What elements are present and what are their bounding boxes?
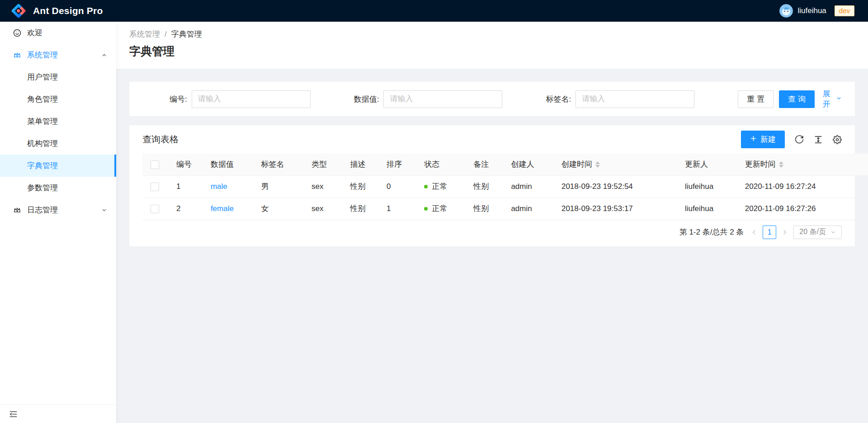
menu-fold-icon[interactable] <box>9 410 18 418</box>
app-logo[interactable]: Ant Design Pro <box>10 2 103 19</box>
breadcrumb-separator: / <box>165 30 167 39</box>
cell-value-link[interactable]: female <box>211 204 234 213</box>
sidebar: 欢迎 系统管理 用户管理 角色管理 菜单管理 机构管理 <box>0 22 116 423</box>
cell-created-at: 2018-09-23 19:52:54 <box>553 175 677 197</box>
col-desc: 描述 <box>342 154 378 175</box>
cell-created-at: 2018-09-23 19:53:17 <box>553 197 677 220</box>
sidebar-item-menu-management[interactable]: 菜单管理 <box>0 110 116 132</box>
expand-label: 展开 <box>823 89 834 109</box>
breadcrumb-current: 字典管理 <box>171 29 202 39</box>
sidebar-item-label: 用户管理 <box>27 72 58 82</box>
cell-sort: 1 <box>378 197 416 220</box>
page-number[interactable]: 1 <box>763 226 776 239</box>
sidebar-item-role-management[interactable]: 角色管理 <box>0 88 116 110</box>
data-table: 编号 数据值 标签名 类型 描述 排序 状态 备注 创建人 创建时间 <box>142 154 868 220</box>
cell-remark: 性别 <box>465 175 503 197</box>
col-actions: 操作 <box>861 154 868 175</box>
status-badge: 正常 <box>424 203 447 214</box>
labelname-input[interactable] <box>576 90 694 108</box>
plus-icon <box>750 135 757 144</box>
col-created-at: 创建时间 <box>553 154 677 175</box>
table-card: 查询表格 新建 <box>129 125 855 246</box>
cell-remark: 性别 <box>465 197 503 220</box>
env-badge: dev <box>835 5 854 16</box>
cell-label: 男 <box>253 175 303 197</box>
sidebar-item-welcome[interactable]: 欢迎 <box>0 22 116 44</box>
col-creator: 创建人 <box>503 154 553 175</box>
chevron-down-icon <box>101 207 107 213</box>
cell-type: sex <box>303 197 342 220</box>
cell-label: 女 <box>253 197 303 220</box>
sidebar-item-label: 字典管理 <box>27 160 58 171</box>
cell-type: sex <box>303 175 342 197</box>
breadcrumb: 系统管理 / 字典管理 <box>129 29 855 39</box>
sidebar-item-system-management[interactable]: 系统管理 <box>0 44 116 66</box>
status-badge: 正常 <box>424 181 447 192</box>
cell-id: 2 <box>168 197 203 220</box>
breadcrumb-parent[interactable]: 系统管理 <box>129 29 160 39</box>
sidebar-item-label: 角色管理 <box>27 94 58 104</box>
filter-field-labelname: 标签名: <box>546 90 694 108</box>
filter-label: 编号: <box>170 94 187 104</box>
cell-updater: liufeihua <box>677 197 737 220</box>
sidebar-item-label: 日志管理 <box>27 205 58 215</box>
reload-icon[interactable] <box>795 135 804 144</box>
filter-label: 标签名: <box>546 94 571 104</box>
page-size-select[interactable]: 20 条/页 <box>793 226 842 239</box>
cell-updated-at: 2020-11-09 16:27:26 <box>737 197 861 220</box>
pagination: 第 1-2 条/总共 2 条 1 20 条/页 <box>129 220 855 246</box>
cell-updated-at: 2020-11-09 16:27:24 <box>737 175 861 197</box>
sidebar-item-user-management[interactable]: 用户管理 <box>0 66 116 88</box>
crown-icon <box>13 51 21 59</box>
col-type: 类型 <box>303 154 342 175</box>
filter-field-id: 编号: <box>170 90 311 108</box>
smile-icon <box>13 29 21 37</box>
sidebar-item-label: 参数管理 <box>27 183 58 193</box>
sidebar-footer <box>0 404 116 423</box>
density-icon[interactable] <box>814 135 823 144</box>
settings-gear-icon[interactable] <box>833 135 842 144</box>
query-button[interactable]: 查 询 <box>779 90 815 108</box>
sidebar-item-label: 机构管理 <box>27 138 58 149</box>
chevron-up-icon <box>101 52 107 58</box>
expand-toggle[interactable]: 展开 <box>823 89 842 109</box>
page-title: 字典管理 <box>129 44 855 59</box>
cell-creator: admin <box>503 197 553 220</box>
id-input[interactable] <box>192 90 311 108</box>
sorter-icon[interactable] <box>595 161 600 168</box>
select-all-checkbox[interactable] <box>151 160 159 169</box>
sidebar-item-dict-management[interactable]: 字典管理 <box>0 155 116 177</box>
user-menu[interactable]: liufeihua <box>779 4 826 18</box>
sidebar-item-label: 欢迎 <box>27 28 42 38</box>
status-dot-icon <box>424 207 428 211</box>
cell-desc: 性别 <box>342 175 378 197</box>
avatar <box>779 4 793 18</box>
sidebar-item-param-management[interactable]: 参数管理 <box>0 177 116 199</box>
reset-button[interactable]: 重 置 <box>738 90 774 108</box>
value-input[interactable] <box>383 90 502 108</box>
prev-page-icon[interactable] <box>751 229 757 235</box>
sidebar-item-log-management[interactable]: 日志管理 <box>0 199 116 221</box>
cell-sort: 0 <box>378 175 416 197</box>
col-sort: 排序 <box>378 154 416 175</box>
filter-label: 数据值: <box>354 94 379 104</box>
row-checkbox[interactable] <box>151 183 159 191</box>
cell-updater: liufeihua <box>677 175 737 197</box>
table-title: 查询表格 <box>142 133 179 146</box>
table-row: 2 female 女 sex 性别 1 正常 性别 admin 2018-09-… <box>142 197 868 220</box>
ant-design-logo-icon <box>10 2 27 19</box>
cell-value-link[interactable]: male <box>211 182 227 191</box>
sorter-icon[interactable] <box>779 161 783 168</box>
row-checkbox[interactable] <box>151 205 159 213</box>
next-page-icon[interactable] <box>782 229 788 235</box>
table-row: 1 male 男 sex 性别 0 正常 性别 admin 2018-09-23… <box>142 175 868 197</box>
cell-desc: 性别 <box>342 197 378 220</box>
col-updater: 更新人 <box>677 154 737 175</box>
sidebar-item-org-management[interactable]: 机构管理 <box>0 132 116 155</box>
filter-field-value: 数据值: <box>354 90 503 108</box>
cell-creator: admin <box>503 175 553 197</box>
col-remark: 备注 <box>465 154 503 175</box>
create-button[interactable]: 新建 <box>741 131 785 148</box>
col-status: 状态 <box>416 154 465 175</box>
chevron-down-icon <box>830 230 836 235</box>
